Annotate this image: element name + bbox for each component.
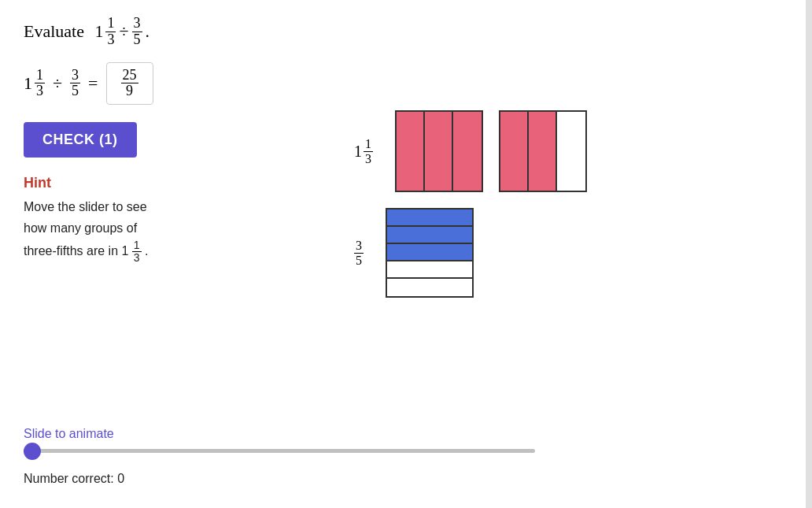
rect1-cell3 [453, 112, 482, 191]
title-text: Evaluate [24, 21, 84, 42]
eq-div: ÷ [53, 73, 62, 94]
hint-line3-pre: three-fifths are in 1 [24, 244, 128, 258]
eq-frac2: 3 5 [70, 68, 80, 100]
title-whole: 1 [94, 21, 103, 42]
hint-line3-post: . [145, 244, 148, 258]
diagram-rect1 [395, 110, 483, 192]
top-whole: 1 [354, 143, 362, 161]
title-period: . [146, 21, 150, 42]
rect2-cell2 [529, 112, 557, 191]
animate-slider[interactable] [24, 449, 535, 453]
check-button[interactable]: CHECK (1) [24, 122, 137, 158]
bottom-frac-label: 3 5 [354, 239, 364, 267]
title-div: ÷ [119, 21, 128, 42]
title-fraction: 1 3 [105, 16, 116, 48]
diagrams-area: 1 1 3 3 5 [354, 110, 587, 298]
eq-whole: 1 [24, 73, 32, 94]
h-cell4 [387, 261, 472, 279]
hint-line2: how many groups of [24, 221, 137, 235]
h-cell2 [387, 227, 472, 244]
slider-section: Slide to animate [24, 427, 788, 453]
diagram-rect2 [499, 110, 587, 192]
bottom-row-diagram: 3 5 [354, 208, 587, 298]
slider-track-container [24, 449, 788, 453]
rect2-cell3 [557, 112, 585, 191]
answer-fraction: 25 9 [121, 68, 138, 100]
diagram-horiz-rect [386, 208, 474, 298]
top-row-diagram: 1 1 3 [354, 110, 587, 192]
title-frac: 3 5 [132, 16, 142, 48]
rect1-cell1 [397, 112, 425, 191]
top-mixed-label: 1 1 3 [354, 137, 373, 165]
h-cell1 [387, 210, 472, 227]
number-correct: Number correct: 0 [24, 472, 124, 486]
title-line: Evaluate 1 1 3 ÷ 3 5 . [24, 16, 788, 48]
eq-equals: = [88, 73, 98, 94]
h-cell3 [387, 244, 472, 261]
slider-label: Slide to animate [24, 427, 788, 441]
rect1-cell2 [425, 112, 453, 191]
bottom-frac: 3 5 [354, 239, 364, 267]
equation-row: 1 1 3 ÷ 3 5 = 25 9 [24, 62, 788, 106]
right-border [806, 0, 812, 508]
h-cell5 [387, 279, 472, 296]
rect2-cell1 [500, 112, 529, 191]
title-mixed-number: 1 1 3 [94, 16, 116, 48]
hint-line1: Move the slider to see [24, 200, 147, 213]
eq-mixed: 1 1 3 [24, 68, 45, 100]
answer-box[interactable]: 25 9 [106, 62, 153, 106]
hint-line3-frac: 1 3 [132, 239, 142, 265]
eq-frac1: 1 3 [35, 68, 45, 100]
top-frac-label: 1 3 [364, 137, 373, 165]
